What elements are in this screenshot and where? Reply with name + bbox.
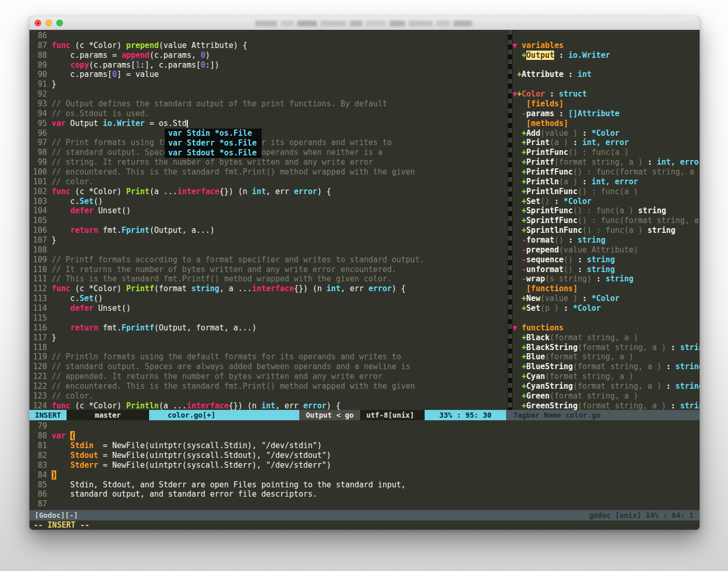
- editor-pane[interactable]: 8687func (c *Color) prepend(value Attrib…: [29, 30, 508, 410]
- token-t: [512, 109, 522, 118]
- pane-separator[interactable]: [508, 30, 512, 410]
- tagbar-item[interactable]: +Print(a ) : int, error: [512, 138, 700, 148]
- tagbar-item[interactable]: ▼ variables: [512, 41, 700, 51]
- completion-item[interactable]: var Stdin *os.File: [165, 129, 262, 138]
- godoc-pane[interactable]: 7980var (81 Stdin = NewFile(uintptr(sysc…: [29, 420, 700, 510]
- tagbar-item[interactable]: [512, 60, 700, 70]
- tagbar-item[interactable]: +Set(p ) : *Color: [512, 304, 700, 313]
- code-line[interactable]: 86: [29, 31, 508, 41]
- tagbar-item[interactable]: +GreenString(format string, a ) : string: [512, 401, 700, 410]
- zoom-button[interactable]: [56, 20, 63, 26]
- godoc-line[interactable]: 83 Stderr = NewFile(uintptr(syscall.Stde…: [29, 461, 700, 470]
- code-line[interactable]: 110// It returns the number of bytes wri…: [29, 265, 508, 275]
- code-line[interactable]: 96: [29, 129, 508, 138]
- code-line[interactable]: 117}: [29, 333, 508, 343]
- tagbar-item[interactable]: +Cyan(format string, a ): [512, 372, 700, 382]
- tagbar-item[interactable]: +Green(format string, a ): [512, 391, 700, 401]
- code-line[interactable]: 112func (c *Color) Printf(format string,…: [29, 284, 508, 294]
- tagbar-item[interactable]: +SprintlnFunc() : func(a ) string: [512, 226, 700, 235]
- tagbar-item[interactable]: +SprintFunc() : func(a ) string: [512, 206, 700, 216]
- code-line[interactable]: 100// encountered. This is the standard …: [29, 167, 508, 177]
- tagbar-item[interactable]: -sequence() : string: [512, 255, 700, 265]
- tagbar-item[interactable]: [512, 31, 700, 41]
- tagbar-item[interactable]: +PrintlnFunc() : func(a ): [512, 187, 700, 197]
- tagbar-item[interactable]: -prepend(value Attribute): [512, 245, 700, 255]
- code-line[interactable]: 90 c.params[0] = value: [29, 70, 508, 80]
- tagbar-item[interactable]: -unformat() : string: [512, 265, 700, 275]
- code-line[interactable]: 91}: [29, 80, 508, 89]
- tagbar-item[interactable]: +New(value ) : *Color: [512, 294, 700, 304]
- code-line[interactable]: 118: [29, 343, 508, 353]
- tagbar-item[interactable]: +Add(value ) : *Color: [512, 129, 700, 138]
- tagbar-item[interactable]: +Attribute : int: [512, 70, 700, 80]
- godoc-line[interactable]: 84): [29, 470, 700, 480]
- completion-item[interactable]: var Stdout *os.File: [165, 148, 262, 158]
- tagbar-item[interactable]: ▼ functions: [512, 323, 700, 333]
- tagbar-item[interactable]: [functions]: [512, 284, 700, 294]
- code-line[interactable]: 95var Output io.Writer = os.Std: [29, 119, 508, 129]
- code-line[interactable]: 94// os.Stdout is used.: [29, 109, 508, 119]
- code-line[interactable]: 103 c.Set(): [29, 197, 508, 207]
- godoc-line[interactable]: 85 Stdin, Stdout, and Stderr are open Fi…: [29, 480, 700, 490]
- tagbar-item[interactable]: +SprintfFunc() : func(format string, a )…: [512, 216, 700, 226]
- code-line[interactable]: 122// encountered. This is the standard …: [29, 382, 508, 391]
- code-line[interactable]: 114 defer Unset(): [29, 304, 508, 313]
- code-line[interactable]: 108: [29, 245, 508, 255]
- code-line[interactable]: 104 defer Unset(): [29, 206, 508, 216]
- close-button[interactable]: [35, 20, 41, 26]
- code-line[interactable]: 124func (c *Color) Println(a ...interfac…: [29, 401, 508, 410]
- tagbar-item[interactable]: +BlackString(format string, a ) : string: [512, 343, 700, 353]
- tagbar-item[interactable]: +Black(format string, a ): [512, 333, 700, 343]
- tagbar-item[interactable]: -wrap(s string) : string: [512, 274, 700, 284]
- code-line[interactable]: 92: [29, 89, 508, 99]
- code-line[interactable]: 89 copy(c.params[1:], c.params[0:]): [29, 60, 508, 70]
- code-line[interactable]: 87func (c *Color) prepend(value Attribut…: [29, 41, 508, 51]
- code-line[interactable]: 120// standard output. Spaces are always…: [29, 362, 508, 372]
- godoc-line[interactable]: 81 Stdin = NewFile(uintptr(syscall.Stdin…: [29, 441, 700, 451]
- code-line[interactable]: 102func (c *Color) Print(a ...interface{…: [29, 187, 508, 197]
- tagbar-item[interactable]: +Blue(format string, a ): [512, 352, 700, 362]
- godoc-line[interactable]: 80var (: [29, 431, 700, 441]
- statusline-context: Output < go: [299, 410, 360, 420]
- tagbar-item[interactable]: +PrintFunc() : func(a ): [512, 148, 700, 157]
- tagbar-item[interactable]: [fields]: [512, 99, 700, 109]
- code-line[interactable]: 97// Print formats using the default for…: [29, 138, 508, 148]
- code-line[interactable]: 106 return fmt.Fprint(Output, a...): [29, 226, 508, 235]
- code-line[interactable]: 105: [29, 216, 508, 226]
- tagbar-item[interactable]: +Printf(format string, a ) : int, error: [512, 157, 700, 167]
- token-k: var: [52, 119, 66, 128]
- tagbar-item[interactable]: -params : []Attribute: [512, 109, 700, 119]
- minimize-button[interactable]: [45, 20, 52, 26]
- tagbar-item[interactable]: [methods]: [512, 119, 700, 129]
- code-line[interactable]: 88 c.params = append(c.params, 0): [29, 51, 508, 60]
- code-line[interactable]: 123// color.: [29, 391, 508, 401]
- code-line[interactable]: 99// string. It returns the number of by…: [29, 157, 508, 167]
- code-line[interactable]: 109// Printf formats according to a form…: [29, 255, 508, 265]
- code-line[interactable]: 116 return fmt.Fprintf(Output, format, a…: [29, 323, 508, 333]
- godoc-line[interactable]: 86 standard output, and standard error f…: [29, 489, 700, 499]
- completion-item[interactable]: var Stderr *os.File: [165, 138, 262, 148]
- code-line[interactable]: 113 c.Set(): [29, 294, 508, 304]
- tagbar-pane[interactable]: ▼ variables +Output : io.Writer +Attribu…: [512, 30, 700, 410]
- godoc-line[interactable]: 82 Stdout = NewFile(uintptr(syscall.Stdo…: [29, 451, 700, 461]
- tagbar-item[interactable]: +Println(a ) : int, error: [512, 177, 700, 187]
- code-line[interactable]: 115: [29, 313, 508, 323]
- tagbar-item[interactable]: -format() : string: [512, 235, 700, 245]
- tagbar-item[interactable]: +CyanString(format string, a ) : string: [512, 382, 700, 391]
- tagbar-item[interactable]: [512, 80, 700, 89]
- code-line[interactable]: 111// This is the standard fmt.Printf() …: [29, 274, 508, 284]
- tagbar-item[interactable]: +PrintfFunc() : func(format string, a ): [512, 167, 700, 177]
- tagbar-item[interactable]: ▼+Color : struct: [512, 89, 700, 99]
- code-line[interactable]: 119// Println formats using the default …: [29, 352, 508, 362]
- code-line[interactable]: 107}: [29, 235, 508, 245]
- code-line[interactable]: 98// standard output. Spaces are added b…: [29, 148, 508, 157]
- tagbar-item[interactable]: +Output : io.Writer: [512, 51, 700, 60]
- code-line[interactable]: 101// color.: [29, 177, 508, 187]
- godoc-line[interactable]: 79: [29, 421, 700, 431]
- tagbar-item[interactable]: +BlueString(format string, a ) : string: [512, 362, 700, 372]
- tagbar-item[interactable]: +Set() : *Color: [512, 197, 700, 207]
- tagbar-item[interactable]: [512, 313, 700, 323]
- godoc-line[interactable]: 87: [29, 499, 700, 509]
- code-line[interactable]: 121// appended. It returns the number of…: [29, 372, 508, 382]
- code-line[interactable]: 93// Output defines the standard output …: [29, 99, 508, 109]
